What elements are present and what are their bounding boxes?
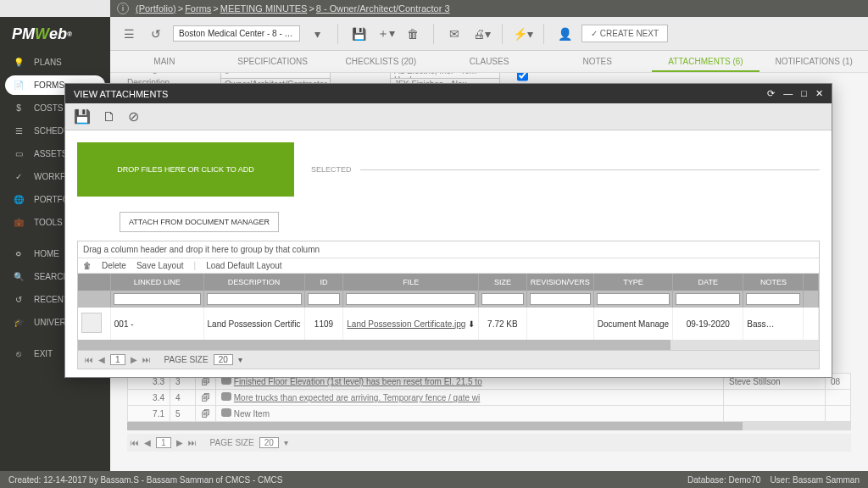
chevron-down-icon[interactable]: ▾ xyxy=(238,355,242,364)
group-by-hint[interactable]: Drag a column header and drop it here to… xyxy=(78,241,819,258)
note-icon[interactable]: 🗐 xyxy=(202,393,210,402)
sidebar-label: COSTS xyxy=(34,103,63,113)
tab-attachments[interactable]: ATTACHMENTS (6) xyxy=(652,51,760,72)
delete-icon[interactable]: 🗑 xyxy=(83,261,92,270)
horizontal-scrollbar[interactable] xyxy=(78,340,819,350)
last-page-icon[interactable]: ⏭ xyxy=(188,438,197,447)
pager: ⏮ ◀ 1 ▶ ⏭ PAGE SIZE 20 ▾ xyxy=(127,434,851,452)
grid-load-layout[interactable]: Load Default Layout xyxy=(206,261,282,270)
chevron-down-icon[interactable]: ▾ xyxy=(284,438,288,447)
prev-page-icon[interactable]: ◀ xyxy=(98,355,105,364)
footer-user: Bassam Samman xyxy=(793,475,860,485)
tab-main[interactable]: MAIN xyxy=(110,51,219,72)
cell-date: 09-19-2020 xyxy=(673,308,743,340)
delete-icon[interactable]: 🗑 xyxy=(403,24,423,44)
col-rev[interactable]: REVISION/VERS xyxy=(526,274,593,291)
tab-checklists[interactable]: CHECKLISTS (20) xyxy=(326,51,435,72)
speech-icon xyxy=(221,408,231,417)
refresh-icon[interactable]: ⟳ xyxy=(767,88,775,99)
note-icon[interactable]: 🗐 xyxy=(202,409,210,419)
next-page-icon[interactable]: ▶ xyxy=(131,355,137,364)
cancel-icon[interactable]: ⊘ xyxy=(128,108,139,125)
close-icon[interactable]: ✕ xyxy=(815,88,823,99)
attach-from-doc-manager-button[interactable]: ATTACH FROM DOCUMENT MANAGER xyxy=(120,212,279,232)
cell-file-link[interactable]: Land Possession Certificate.jpg xyxy=(347,319,465,329)
col-file[interactable]: FILE xyxy=(343,274,479,291)
forms-icon: 📄 xyxy=(12,80,25,90)
table-row[interactable]: 001 - Land Possession Certific 1109 Land… xyxy=(78,308,819,340)
print-icon[interactable]: 🖨▾ xyxy=(471,24,492,44)
mail-icon[interactable]: ✉ xyxy=(444,24,465,44)
add-icon[interactable]: ＋▾ xyxy=(376,24,396,44)
save-icon[interactable]: 💾 xyxy=(74,108,91,125)
cell-id: 1109 xyxy=(304,308,343,340)
download-icon[interactable]: ⬇ xyxy=(468,319,475,329)
tab-specifications[interactable]: SPECIFICATIONS xyxy=(219,51,327,72)
refresh-icon[interactable]: ↺ xyxy=(146,24,166,44)
attachments-grid: Drag a column header and drop it here to… xyxy=(77,241,820,369)
crumb-record[interactable]: 8 - Owner/Architect/Contractor 3 xyxy=(316,3,450,14)
col-notes[interactable]: NOTES xyxy=(743,274,804,291)
filter-notes[interactable] xyxy=(746,293,800,305)
page-size-label: PAGE SIZE xyxy=(210,438,254,447)
crumb-forms[interactable]: Forms xyxy=(185,3,211,14)
user-icon[interactable]: 👤 xyxy=(554,24,575,44)
col-desc[interactable]: DESCRIPTION xyxy=(203,274,304,291)
chevron-down-icon[interactable]: ▾ xyxy=(307,24,327,44)
table-row[interactable]: 3.4 4 🗐 More trucks than expected are ar… xyxy=(128,390,851,406)
briefcase-icon: 💼 xyxy=(12,218,25,227)
save-icon[interactable]: 💾 xyxy=(348,24,369,44)
exit-icon: ⎋ xyxy=(12,349,25,358)
prev-page-icon[interactable]: ◀ xyxy=(144,438,151,447)
grid-delete[interactable]: Delete xyxy=(102,261,126,270)
filter-id[interactable] xyxy=(308,293,341,305)
cell-rev xyxy=(526,308,593,340)
col-type[interactable]: TYPE xyxy=(593,274,673,291)
page-size-select[interactable]: 20 xyxy=(259,437,279,448)
dropzone[interactable]: DROP FILES HERE OR CLICK TO ADD xyxy=(77,142,294,197)
modal-titlebar[interactable]: VIEW ATTACHMENTS ⟳ ― □ ✕ xyxy=(65,84,832,103)
page-number[interactable]: 1 xyxy=(156,437,171,448)
grad-icon: 🎓 xyxy=(12,318,25,327)
crumb-meeting[interactable]: MEETING MINUTES xyxy=(220,3,308,14)
list-icon[interactable]: ☰ xyxy=(119,24,139,44)
filter-linked[interactable] xyxy=(114,293,201,305)
table-row[interactable]: 7.1 5 🗐 New Item xyxy=(128,406,851,422)
grid-save-layout[interactable]: Save Layout xyxy=(136,261,184,270)
first-page-icon[interactable]: ⏮ xyxy=(85,355,93,364)
tab-notifications[interactable]: NOTIFICATIONS (1) xyxy=(760,51,868,72)
last-page-icon[interactable]: ⏭ xyxy=(142,355,151,364)
sidebar-item-plans[interactable]: 💡PLANS xyxy=(0,51,110,74)
tab-notes[interactable]: NOTES xyxy=(543,51,652,72)
page-number[interactable]: 1 xyxy=(110,354,125,365)
grid-pager: ⏮ ◀ 1 ▶ ⏭ PAGE SIZE 20 ▾ xyxy=(78,350,819,369)
sidebar-label: RECENT xyxy=(34,295,69,304)
first-page-icon[interactable]: ⏮ xyxy=(131,438,139,447)
filter-file[interactable] xyxy=(346,293,476,305)
bolt-icon[interactable]: ⚡▾ xyxy=(513,24,533,44)
filter-date[interactable] xyxy=(676,293,740,305)
filter-desc[interactable] xyxy=(207,293,302,305)
maximize-icon[interactable]: □ xyxy=(801,88,807,99)
col-size[interactable]: SIZE xyxy=(479,274,526,291)
col-date[interactable]: DATE xyxy=(673,274,743,291)
view-attachments-modal: VIEW ATTACHMENTS ⟳ ― □ ✕ 💾 🗋 ⊘ DROP FILE… xyxy=(64,83,832,378)
filter-rev[interactable] xyxy=(530,293,591,305)
info-icon[interactable]: i xyxy=(117,3,129,14)
record-dropdown[interactable]: Boston Medical Center - 8 - Owner/A… xyxy=(173,25,300,42)
asset-icon: ▭ xyxy=(12,149,25,158)
footer-user-lbl: User: xyxy=(770,475,790,485)
footer: Created: 12-14-2017 by Bassam.S - Bassam… xyxy=(0,471,868,488)
col-id[interactable]: ID xyxy=(304,274,343,291)
col-linked[interactable]: LINKED LINE xyxy=(110,274,203,291)
thumbnail-icon[interactable] xyxy=(81,313,102,333)
minimize-icon[interactable]: ― xyxy=(783,88,793,99)
filter-type[interactable] xyxy=(597,293,670,305)
crumb-portfolio[interactable]: (Portfolio) xyxy=(136,3,176,14)
new-file-icon[interactable]: 🗋 xyxy=(103,109,116,125)
create-next-button[interactable]: ✓ CREATE NEXT xyxy=(581,25,668,42)
tab-clauses[interactable]: CLAUSES xyxy=(435,51,543,72)
next-page-icon[interactable]: ▶ xyxy=(176,438,183,447)
filter-size[interactable] xyxy=(481,293,523,305)
page-size-select[interactable]: 20 xyxy=(214,354,233,365)
